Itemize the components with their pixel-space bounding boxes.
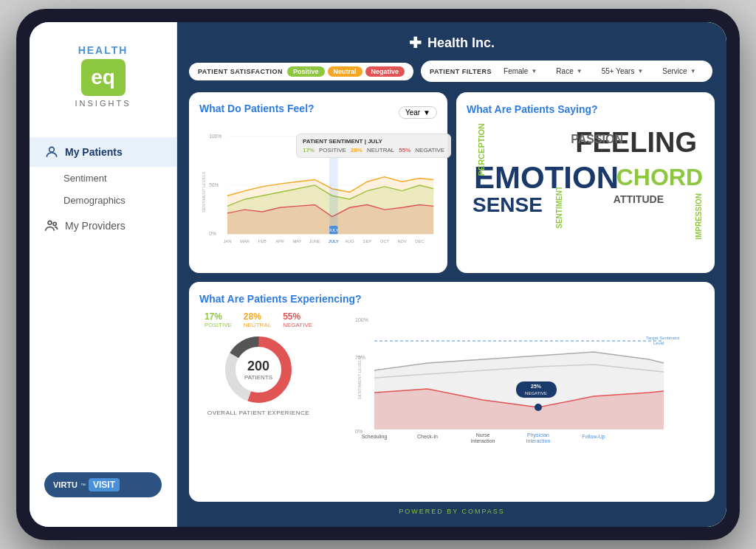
svg-text:SEP: SEP bbox=[363, 239, 372, 244]
positive-legend: 17% POSITIVE bbox=[205, 311, 232, 328]
word-perception: PERCEPTION bbox=[477, 123, 486, 176]
negative-badge: Negative bbox=[365, 66, 405, 77]
donut-legend: 17% POSITIVE 28% NEUTRAL 55% NEGATIVE bbox=[205, 311, 312, 328]
saying-chart-title: What Are Patients Saying? bbox=[467, 103, 598, 115]
word-impression: IMPRESSION bbox=[695, 193, 703, 240]
positive-pct: 17% bbox=[205, 311, 232, 322]
word-emotion: EMOTION bbox=[474, 160, 619, 196]
year-selector[interactable]: Year ▼ bbox=[399, 106, 437, 119]
neutral-badge: Neutral bbox=[328, 66, 362, 77]
my-patients-label: My Patients bbox=[65, 146, 123, 158]
svg-text:SENTIMENT LEVELS: SENTIMENT LEVELS bbox=[202, 171, 206, 213]
tooltip-title: PATIENT SENTIMENT | JULY bbox=[303, 138, 444, 145]
tooltip-neutral: 28% bbox=[351, 147, 362, 153]
top-header: ✚ Health Inc. bbox=[189, 34, 715, 52]
powered-by: POWERED BY COMPASS bbox=[189, 508, 715, 515]
patients-icon bbox=[44, 145, 59, 159]
my-providers-label: My Providers bbox=[65, 220, 126, 232]
sidebar-item-demographics[interactable]: Demographics bbox=[30, 189, 176, 211]
health-cross-icon: ✚ bbox=[409, 34, 422, 52]
experiencing-title: What Are Patients Experiencing? bbox=[199, 293, 362, 305]
brand-title: ✚ Health Inc. bbox=[409, 34, 495, 52]
satisfaction-label: PATIENT SATISFACTION bbox=[198, 68, 283, 75]
word-cloud: FEELING EMOTION CHORD PASSION SENSE PERC… bbox=[467, 116, 704, 249]
service-dropdown[interactable]: Service ▼ bbox=[655, 64, 703, 78]
svg-text:100%: 100% bbox=[355, 317, 368, 322]
sidebar: HEALTH eq INSIGHTS My Patients Sentiment… bbox=[30, 22, 177, 527]
race-dropdown[interactable]: Race ▼ bbox=[549, 64, 589, 78]
female-dropdown[interactable]: Female ▼ bbox=[496, 64, 544, 78]
tablet-frame: HEALTH eq INSIGHTS My Patients Sentiment… bbox=[16, 9, 740, 540]
word-attitude: ATTITUDE bbox=[614, 193, 664, 205]
satisfaction-filter-group: PATIENT SATISFACTION Positive Neutral Ne… bbox=[189, 63, 413, 80]
nav-items: My Patients Sentiment Demographics My Pr… bbox=[30, 137, 176, 458]
main-content: ✚ Health Inc. PATIENT SATISFACTION Posit… bbox=[177, 22, 726, 527]
svg-text:Target Sentiment: Target Sentiment bbox=[646, 336, 680, 340]
sidebar-item-sentiment[interactable]: Sentiment bbox=[30, 167, 176, 189]
word-sentiment: SENTIMENT bbox=[555, 186, 563, 229]
donut-label: PATIENTS bbox=[244, 374, 272, 381]
svg-text:JUNE: JUNE bbox=[309, 239, 320, 244]
chevron-down-icon: ▼ bbox=[423, 108, 430, 117]
svg-text:OCT: OCT bbox=[380, 239, 390, 244]
demographics-label: Demographics bbox=[63, 195, 126, 206]
svg-point-2 bbox=[53, 222, 56, 225]
svg-point-0 bbox=[49, 147, 55, 152]
virtu-text: VIRTU bbox=[53, 480, 78, 489]
logo-eq: eq bbox=[81, 59, 126, 96]
word-sense: SENSE bbox=[472, 193, 543, 217]
donut-subtitle: OVERALL PATIENT EXPERIENCE bbox=[207, 410, 309, 416]
svg-text:SENTIMENT LEVELS: SENTIMENT LEVELS bbox=[357, 356, 362, 400]
svg-text:50%: 50% bbox=[209, 182, 219, 187]
svg-text:JAN: JAN bbox=[224, 239, 232, 244]
svg-text:Level: Level bbox=[653, 341, 664, 345]
svg-text:AUG: AUG bbox=[345, 239, 354, 244]
filter-bar: PATIENT SATISFACTION Positive Neutral Ne… bbox=[189, 61, 715, 82]
positive-legend-label: POSITIVE bbox=[205, 322, 232, 328]
svg-point-35 bbox=[535, 404, 542, 411]
satisfaction-badges: Positive Neutral Negative bbox=[287, 66, 405, 77]
charts-row: What Do Patients Feel? Year ▼ PATIENT SE… bbox=[189, 92, 715, 273]
visit-box: VISIT bbox=[89, 478, 120, 491]
tm-text: ™ bbox=[80, 483, 86, 488]
donut-center: 200 PATIENTS bbox=[244, 359, 272, 381]
sidebar-item-my-patients[interactable]: My Patients bbox=[30, 137, 176, 167]
sidebar-item-my-providers[interactable]: My Providers bbox=[30, 211, 176, 241]
patients-saying-card: What Are Patients Saying? FEELING EMOTIO… bbox=[456, 92, 715, 273]
tooltip-row: 17% POSITIVE 28% NEUTRAL 55% NEGATIVE bbox=[303, 147, 444, 153]
feel-chart-header: What Do Patients Feel? Year ▼ bbox=[199, 103, 437, 122]
tooltip-negative-label: NEGATIVE bbox=[415, 147, 444, 153]
svg-text:Scheduling: Scheduling bbox=[362, 434, 388, 440]
feel-chart-title: What Do Patients Feel? bbox=[199, 103, 315, 114]
svg-text:Interaction: Interaction bbox=[526, 438, 551, 443]
svg-text:Physician: Physician bbox=[527, 432, 549, 438]
negative-pct: 55% bbox=[283, 311, 312, 322]
svg-text:Nurse: Nurse bbox=[476, 432, 490, 438]
svg-text:APR: APR bbox=[275, 239, 284, 244]
negative-legend-label: NEGATIVE bbox=[283, 322, 312, 328]
svg-text:100%: 100% bbox=[209, 134, 221, 139]
svg-text:FEB: FEB bbox=[258, 239, 267, 244]
age-dropdown[interactable]: 55+ Years ▼ bbox=[594, 64, 651, 78]
chevron-down-icon: ▼ bbox=[637, 68, 643, 75]
sentiment-label: Sentiment bbox=[63, 173, 107, 184]
donut-section: 17% POSITIVE 28% NEUTRAL 55% NEGATIVE bbox=[199, 311, 317, 447]
brand-name: Health Inc. bbox=[427, 35, 495, 51]
neutral-pct: 28% bbox=[244, 311, 271, 322]
tooltip-negative: 55% bbox=[399, 147, 410, 153]
logo-area: HEALTH eq INSIGHTS bbox=[30, 37, 176, 122]
tooltip-positive: 17% bbox=[303, 147, 315, 153]
svg-text:DEC: DEC bbox=[415, 239, 424, 244]
word-cloud-inner: FEELING EMOTION CHORD PASSION SENSE PERC… bbox=[467, 120, 704, 245]
neutral-legend: 28% NEUTRAL bbox=[244, 311, 271, 328]
patients-experiencing-card: What Are Patients Experiencing? 17% POSI… bbox=[189, 282, 715, 502]
experience-chart: 100% 75% 0% SENTIMENT LEVELS Target Sent… bbox=[328, 311, 704, 447]
line-chart-container: PATIENT SENTIMENT | JULY 17% POSITIVE 28… bbox=[199, 126, 437, 244]
svg-text:MAY: MAY bbox=[293, 239, 302, 244]
svg-text:0%: 0% bbox=[355, 429, 362, 434]
svg-text:NEGATIVE: NEGATIVE bbox=[525, 391, 547, 396]
virtu-visit-button[interactable]: VIRTU ™ VISIT bbox=[44, 472, 162, 497]
tooltip-neutral-label: NEUTRAL bbox=[367, 147, 394, 153]
svg-point-1 bbox=[48, 221, 52, 224]
word-passion: PASSION bbox=[571, 133, 623, 146]
